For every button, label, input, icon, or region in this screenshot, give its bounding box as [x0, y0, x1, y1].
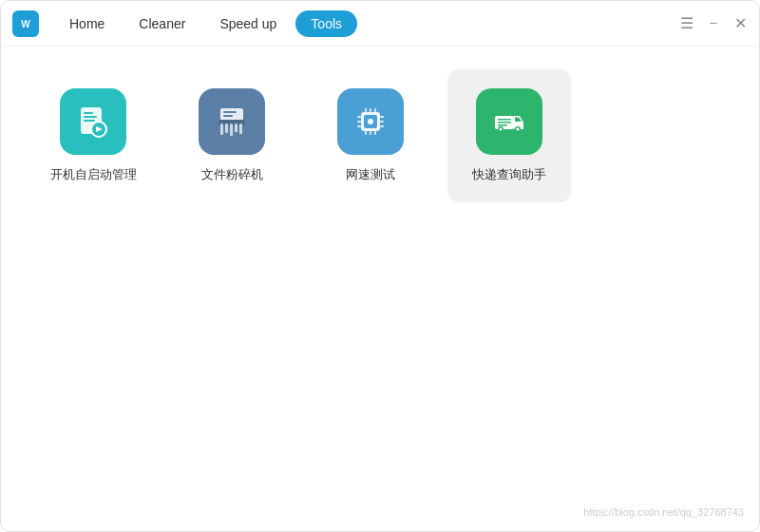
tool-icon-network	[337, 88, 404, 155]
tool-startup[interactable]: 开机自启动管理	[31, 69, 155, 202]
svg-point-31	[368, 119, 373, 124]
tools-grid: 开机自启动管理 文件粉碎机	[31, 69, 729, 202]
svg-point-34	[500, 128, 503, 131]
minimize-button[interactable]: －	[706, 16, 721, 31]
svg-rect-5	[84, 120, 95, 122]
svg-rect-26	[370, 108, 371, 112]
close-button[interactable]: ✕	[732, 16, 748, 31]
menu-button[interactable]: ☰	[679, 16, 694, 31]
svg-rect-20	[357, 121, 361, 123]
tool-label-startup: 开机自启动管理	[50, 166, 137, 183]
svg-rect-22	[380, 116, 384, 118]
tab-tools[interactable]: Tools	[295, 10, 357, 37]
window-controls: ☰ － ✕	[679, 16, 748, 31]
tab-speedup[interactable]: Speed up	[204, 10, 292, 37]
tool-label-network: 网速测试	[346, 166, 395, 183]
tool-shredder[interactable]: 文件粉碎机	[170, 69, 294, 202]
svg-text:W: W	[21, 19, 30, 29]
title-bar: W Home Cleaner Speed up Tools ☰ － ✕	[1, 1, 759, 47]
svg-rect-10	[220, 124, 223, 135]
svg-rect-15	[223, 111, 237, 113]
tool-icon-startup	[60, 88, 126, 155]
svg-point-36	[517, 128, 520, 131]
svg-rect-27	[374, 108, 376, 112]
svg-rect-28	[365, 131, 367, 135]
svg-rect-39	[498, 124, 507, 126]
svg-rect-25	[365, 108, 367, 112]
tool-label-delivery: 快递查询助手	[472, 166, 546, 183]
tab-home[interactable]: Home	[54, 10, 120, 37]
svg-rect-16	[223, 115, 233, 117]
svg-rect-24	[380, 125, 384, 127]
svg-rect-12	[230, 124, 233, 136]
watermark: https://blog.csdn.net/qq_32768743	[583, 506, 744, 518]
tool-network[interactable]: 网速测试	[309, 69, 432, 202]
svg-rect-23	[380, 121, 384, 123]
nav-tabs: Home Cleaner Speed up Tools	[54, 10, 679, 37]
svg-rect-38	[498, 122, 511, 124]
svg-rect-14	[239, 124, 242, 134]
tool-delivery[interactable]: 快递查询助手	[447, 69, 571, 202]
svg-rect-19	[357, 116, 361, 118]
svg-rect-13	[235, 124, 238, 132]
tool-icon-shredder	[199, 88, 265, 155]
svg-rect-11	[225, 124, 228, 133]
main-content: 开机自启动管理 文件粉碎机	[1, 47, 759, 532]
svg-rect-30	[374, 131, 376, 135]
svg-rect-4	[84, 116, 97, 118]
tab-cleaner[interactable]: Cleaner	[124, 10, 200, 37]
svg-rect-21	[357, 125, 361, 127]
svg-rect-29	[370, 131, 371, 135]
tool-label-shredder: 文件粉碎机	[201, 166, 263, 183]
svg-rect-3	[84, 112, 93, 114]
app-logo: W	[12, 10, 39, 37]
tool-icon-delivery	[476, 88, 542, 155]
svg-rect-37	[498, 119, 511, 121]
